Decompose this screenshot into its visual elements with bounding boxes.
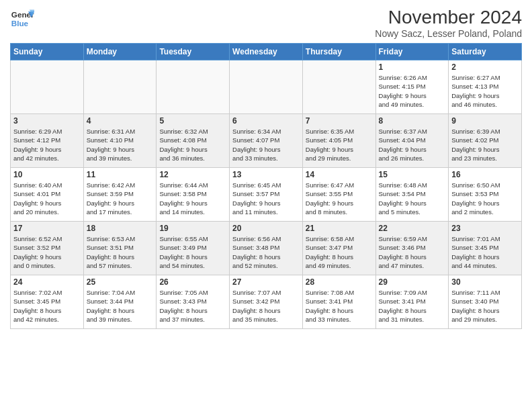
day-info: Sunrise: 6:34 AM Sunset: 4:07 PM Dayligh… — [232, 127, 300, 163]
day-number: 15 — [379, 170, 446, 179]
col-header-saturday: Saturday — [449, 44, 522, 60]
day-info: Sunrise: 6:53 AM Sunset: 3:51 PM Dayligh… — [87, 234, 154, 270]
calendar-cell: 17Sunrise: 6:52 AM Sunset: 3:52 PM Dayli… — [11, 222, 84, 275]
week-row-3: 10Sunrise: 6:40 AM Sunset: 4:01 PM Dayli… — [11, 168, 522, 222]
col-header-sunday: Sunday — [11, 44, 84, 60]
day-number: 12 — [159, 170, 226, 179]
day-number: 1 — [379, 62, 446, 72]
page-header: General Blue November 2024 Nowy Sacz, Le… — [10, 7, 522, 39]
week-row-5: 24Sunrise: 7:02 AM Sunset: 3:45 PM Dayli… — [11, 275, 522, 329]
calendar-cell: 1Sunrise: 6:26 AM Sunset: 4:15 PM Daylig… — [375, 60, 449, 114]
day-info: Sunrise: 6:59 AM Sunset: 3:46 PM Dayligh… — [379, 234, 446, 270]
calendar-cell: 7Sunrise: 6:35 AM Sunset: 4:05 PM Daylig… — [302, 114, 375, 168]
calendar-cell: 21Sunrise: 6:58 AM Sunset: 3:47 PM Dayli… — [302, 222, 375, 275]
col-header-friday: Friday — [375, 44, 449, 60]
logo: General Blue — [10, 7, 34, 31]
calendar-cell: 24Sunrise: 7:02 AM Sunset: 3:45 PM Dayli… — [11, 275, 84, 329]
day-number: 30 — [451, 277, 519, 287]
main-title: November 2024 — [375, 7, 522, 28]
day-info: Sunrise: 6:32 AM Sunset: 4:08 PM Dayligh… — [159, 127, 226, 163]
day-info: Sunrise: 6:29 AM Sunset: 4:12 PM Dayligh… — [13, 127, 81, 163]
day-number: 24 — [13, 277, 81, 287]
calendar-cell: 30Sunrise: 7:11 AM Sunset: 3:40 PM Dayli… — [449, 275, 522, 329]
day-number: 17 — [13, 224, 81, 233]
col-header-tuesday: Tuesday — [157, 44, 230, 60]
col-header-thursday: Thursday — [302, 44, 375, 60]
calendar-cell: 23Sunrise: 7:01 AM Sunset: 3:45 PM Dayli… — [449, 222, 522, 275]
day-info: Sunrise: 6:35 AM Sunset: 4:05 PM Dayligh… — [306, 127, 373, 163]
calendar-cell: 8Sunrise: 6:37 AM Sunset: 4:04 PM Daylig… — [375, 114, 449, 168]
svg-text:Blue: Blue — [11, 19, 29, 28]
calendar-cell: 22Sunrise: 6:59 AM Sunset: 3:46 PM Dayli… — [375, 222, 449, 275]
col-header-wednesday: Wednesday — [230, 44, 303, 60]
day-number: 3 — [13, 116, 81, 126]
day-info: Sunrise: 7:02 AM Sunset: 3:45 PM Dayligh… — [13, 288, 81, 324]
day-info: Sunrise: 7:08 AM Sunset: 3:41 PM Dayligh… — [306, 288, 373, 324]
day-info: Sunrise: 6:37 AM Sunset: 4:04 PM Dayligh… — [379, 127, 446, 163]
calendar-cell: 4Sunrise: 6:31 AM Sunset: 4:10 PM Daylig… — [83, 114, 157, 168]
day-info: Sunrise: 7:09 AM Sunset: 3:41 PM Dayligh… — [379, 288, 446, 324]
day-number: 4 — [87, 116, 154, 126]
day-number: 22 — [379, 224, 446, 233]
col-header-monday: Monday — [83, 44, 157, 60]
calendar-cell — [83, 60, 157, 114]
day-info: Sunrise: 6:52 AM Sunset: 3:52 PM Dayligh… — [13, 234, 81, 270]
day-number: 18 — [87, 224, 154, 233]
day-info: Sunrise: 7:11 AM Sunset: 3:40 PM Dayligh… — [451, 288, 519, 324]
calendar-cell: 14Sunrise: 6:47 AM Sunset: 3:55 PM Dayli… — [302, 168, 375, 222]
calendar-cell: 18Sunrise: 6:53 AM Sunset: 3:51 PM Dayli… — [83, 222, 157, 275]
logo-icon: General Blue — [10, 7, 34, 31]
day-info: Sunrise: 6:50 AM Sunset: 3:53 PM Dayligh… — [451, 181, 519, 216]
calendar-page: General Blue November 2024 Nowy Sacz, Le… — [0, 0, 532, 411]
calendar-cell — [230, 60, 303, 114]
calendar-cell — [302, 60, 375, 114]
calendar-cell: 11Sunrise: 6:42 AM Sunset: 3:59 PM Dayli… — [83, 168, 157, 222]
day-number: 7 — [306, 116, 373, 126]
day-info: Sunrise: 6:39 AM Sunset: 4:02 PM Dayligh… — [451, 127, 519, 163]
day-number: 27 — [232, 277, 300, 287]
day-info: Sunrise: 6:44 AM Sunset: 3:58 PM Dayligh… — [159, 181, 226, 216]
calendar-cell — [11, 60, 84, 114]
day-info: Sunrise: 7:07 AM Sunset: 3:42 PM Dayligh… — [232, 288, 300, 324]
title-block: November 2024 Nowy Sacz, Lesser Poland, … — [375, 7, 522, 39]
calendar-cell: 26Sunrise: 7:05 AM Sunset: 3:43 PM Dayli… — [157, 275, 230, 329]
day-info: Sunrise: 7:05 AM Sunset: 3:43 PM Dayligh… — [159, 288, 226, 324]
day-info: Sunrise: 6:47 AM Sunset: 3:55 PM Dayligh… — [306, 181, 373, 216]
calendar-cell: 13Sunrise: 6:45 AM Sunset: 3:57 PM Dayli… — [230, 168, 303, 222]
day-number: 21 — [306, 224, 373, 233]
day-number: 8 — [379, 116, 446, 126]
calendar-cell: 12Sunrise: 6:44 AM Sunset: 3:58 PM Dayli… — [157, 168, 230, 222]
day-number: 5 — [159, 116, 226, 126]
day-number: 26 — [159, 277, 226, 287]
day-info: Sunrise: 7:01 AM Sunset: 3:45 PM Dayligh… — [451, 234, 519, 270]
day-info: Sunrise: 6:48 AM Sunset: 3:54 PM Dayligh… — [379, 181, 446, 216]
calendar-cell: 15Sunrise: 6:48 AM Sunset: 3:54 PM Dayli… — [375, 168, 449, 222]
day-number: 25 — [87, 277, 154, 287]
week-row-1: 1Sunrise: 6:26 AM Sunset: 4:15 PM Daylig… — [11, 60, 522, 114]
day-number: 2 — [451, 62, 519, 72]
day-number: 29 — [379, 277, 446, 287]
day-info: Sunrise: 6:26 AM Sunset: 4:15 PM Dayligh… — [379, 73, 446, 109]
day-info: Sunrise: 6:31 AM Sunset: 4:10 PM Dayligh… — [87, 127, 154, 163]
calendar-cell: 9Sunrise: 6:39 AM Sunset: 4:02 PM Daylig… — [449, 114, 522, 168]
calendar-table: SundayMondayTuesdayWednesdayThursdayFrid… — [10, 43, 522, 329]
calendar-cell: 5Sunrise: 6:32 AM Sunset: 4:08 PM Daylig… — [157, 114, 230, 168]
day-number: 23 — [451, 224, 519, 233]
day-number: 20 — [232, 224, 300, 233]
calendar-cell: 6Sunrise: 6:34 AM Sunset: 4:07 PM Daylig… — [230, 114, 303, 168]
day-number: 9 — [451, 116, 519, 126]
week-row-4: 17Sunrise: 6:52 AM Sunset: 3:52 PM Dayli… — [11, 222, 522, 275]
week-row-2: 3Sunrise: 6:29 AM Sunset: 4:12 PM Daylig… — [11, 114, 522, 168]
calendar-cell: 3Sunrise: 6:29 AM Sunset: 4:12 PM Daylig… — [11, 114, 84, 168]
day-number: 28 — [306, 277, 373, 287]
header-row: SundayMondayTuesdayWednesdayThursdayFrid… — [11, 44, 522, 60]
day-info: Sunrise: 6:27 AM Sunset: 4:13 PM Dayligh… — [451, 73, 519, 109]
day-info: Sunrise: 6:40 AM Sunset: 4:01 PM Dayligh… — [13, 181, 81, 216]
calendar-cell: 10Sunrise: 6:40 AM Sunset: 4:01 PM Dayli… — [11, 168, 84, 222]
calendar-cell: 20Sunrise: 6:56 AM Sunset: 3:48 PM Dayli… — [230, 222, 303, 275]
day-info: Sunrise: 7:04 AM Sunset: 3:44 PM Dayligh… — [87, 288, 154, 324]
day-number: 14 — [306, 170, 373, 179]
day-info: Sunrise: 6:56 AM Sunset: 3:48 PM Dayligh… — [232, 234, 300, 270]
calendar-cell: 2Sunrise: 6:27 AM Sunset: 4:13 PM Daylig… — [449, 60, 522, 114]
calendar-cell — [157, 60, 230, 114]
